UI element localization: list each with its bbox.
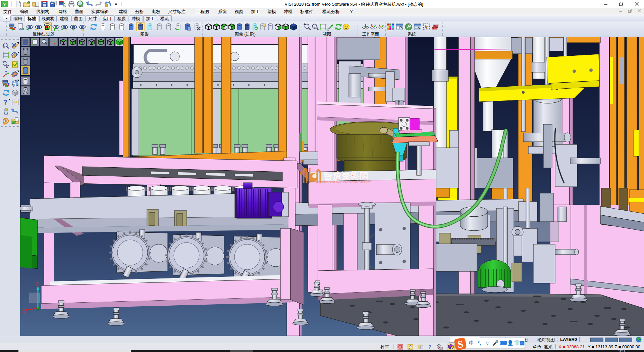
- svg-text:+: +: [27, 28, 29, 31]
- svg-text:?: ?: [3, 98, 7, 106]
- svg-text:+: +: [61, 28, 63, 31]
- svg-text:V: V: [3, 2, 6, 7]
- svg-text:X: X: [22, 309, 25, 314]
- svg-text:Z: Z: [36, 282, 38, 287]
- svg-text:+: +: [72, 27, 74, 31]
- svg-text:?: ?: [428, 344, 431, 350]
- svg-text:INTELGENT MANUFACTURING DATA N: INTELGENT MANUFACTURING DATA NET: [321, 181, 371, 184]
- svg-text:+: +: [304, 23, 306, 26]
- svg-text:+: +: [2, 60, 4, 63]
- svg-text:智造资料网: 智造资料网: [323, 171, 369, 181]
